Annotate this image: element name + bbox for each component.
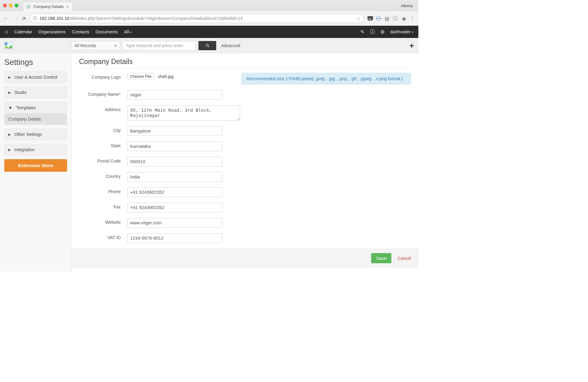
label-country: Country [79,172,127,179]
country-input[interactable] [127,172,222,182]
required-mark: * [119,92,121,97]
postal-code-input[interactable] [127,157,222,167]
vat-id-input[interactable] [127,233,222,243]
row-company-logo: Company Logo Choose File shell.jpg Recom… [79,73,411,84]
url-path: :88/index.php?parent=Settings&module=Vti… [69,16,243,21]
row-city: City [79,126,411,136]
search-scope-select[interactable]: All Records [71,41,120,50]
company-name-input[interactable] [127,90,222,100]
sidebar-item-label: Studio [14,90,27,95]
row-country: Country [79,172,411,182]
chevron-down-icon: ▼ [8,105,13,110]
row-state: State [79,141,411,151]
row-postal-code: Postal Code [79,157,411,167]
compose-icon[interactable]: ✎ [360,29,364,35]
pocket-icon[interactable] [368,16,373,21]
search-button[interactable] [198,41,216,50]
row-company-name: Company Name* [79,90,411,100]
logo-controls: Choose File shell.jpg [127,73,174,80]
navbar-right: ✎ ⓘ ⚙ darthvader [360,29,413,35]
favicon-icon [26,4,31,9]
sidebar-item-label: Integration [14,147,35,152]
sphere-icon[interactable]: ◉ [401,16,407,21]
state-input[interactable] [127,141,222,151]
sidebar-subitem-company-details[interactable]: Company Details [5,113,67,125]
info-ext-icon[interactable]: ⓘ [393,16,398,21]
quick-create-icon[interactable]: + [409,42,414,50]
sidebar-item-integration[interactable]: ▶ Integration [4,144,67,155]
address-textarea[interactable]: 95, 12th Main Road, 3rd Block, Rajajinag… [127,105,240,121]
extension-store-button[interactable]: Extension Store [4,159,67,172]
label-company-logo: Company Logo [79,73,127,80]
selected-filename: shell.jpg [158,74,173,79]
sidebar-item-user-access[interactable]: ▶ User & Access Control [4,71,67,83]
city-input[interactable] [127,126,222,136]
reader-icon[interactable]: ▤ [384,16,390,21]
window-minimize-icon[interactable] [9,4,13,7]
label-fax: Fax [79,203,127,209]
chevron-right-icon: ▶ [8,91,11,95]
choose-file-button[interactable]: Choose File [127,73,154,80]
back-icon[interactable]: ← [3,16,9,21]
svg-point-0 [27,5,30,8]
menu-organizations[interactable]: Organizations [38,29,66,34]
window-controls [3,4,18,7]
label-state: State [79,141,127,148]
main-menu: Calendar Organizations Contacts Document… [14,29,132,34]
page-body: Settings ▶ User & Access Control ▶ Studi… [0,53,418,272]
tab-close-icon[interactable]: × [66,4,69,9]
chevron-right-icon: ▶ [8,75,11,79]
save-button[interactable]: Save [371,253,391,263]
search-input[interactable] [123,41,196,50]
row-fax: Fax [79,203,411,212]
label-postal-code: Postal Code [79,157,127,163]
sidebar-item-other-settings[interactable]: ▶ Other Settings [4,129,67,140]
browser-chrome: Company Details × Alexey ← → ⟳ ⓘ 192.168… [0,0,418,26]
forward-icon: → [13,16,18,21]
browser-menu-icon[interactable]: ⋮ [410,16,415,21]
app-navbar: ⌂ Calendar Organizations Contacts Docume… [0,26,418,38]
sidebar-item-studio[interactable]: ▶ Studio [4,87,67,98]
address-bar[interactable]: ⓘ 192.168.101.10:88/index.php?parent=Set… [30,14,364,23]
browser-profile[interactable]: Alexey [401,3,413,8]
advanced-search-link[interactable]: Advanced [221,43,240,48]
browser-toolbar: ← → ⟳ ⓘ 192.168.101.10:88/index.php?pare… [0,11,418,26]
label-vat-id: VAT ID [79,233,127,240]
sidebar-item-label: User & Access Control [14,75,57,80]
sidebar-group-header[interactable]: ▼ Templates [5,102,67,113]
gear-icon[interactable]: ⚙ [380,29,385,35]
page-title: Company Details [79,58,411,66]
menu-all[interactable]: All [124,29,132,34]
logo-placeholder-icon [4,42,13,49]
svg-point-1 [28,6,29,7]
titlebar: Company Details × Alexey [0,0,418,11]
website-input[interactable] [127,218,222,228]
window-close-icon[interactable] [3,4,7,7]
reload-icon[interactable]: ⟳ [22,16,26,21]
phone-input[interactable] [127,187,222,197]
url-host: 192.168.101.10 [40,16,69,21]
label-phone: Phone [79,187,127,194]
fax-input[interactable] [127,203,222,212]
logo-hint: Recommended size 170X60 pixels( .jpeg , … [241,73,411,84]
form-footer: Save Cancel [72,249,418,268]
sidebar-item-label: Templates [16,105,36,110]
sidebar-item-label: Other Settings [14,132,42,137]
home-icon[interactable]: ⌂ [5,29,8,35]
menu-calendar[interactable]: Calendar [14,29,32,34]
site-info-icon[interactable]: ⓘ [33,16,37,21]
menu-contacts[interactable]: Contacts [72,29,89,34]
search-scope-value: All Records [74,43,96,48]
globe-icon[interactable] [376,16,381,21]
window-maximize-icon[interactable] [15,4,18,7]
row-vat-id: VAT ID [79,233,411,243]
user-menu[interactable]: darthvader [390,29,413,34]
search-icon [205,43,210,48]
bookmark-star-icon[interactable]: ☆ [356,16,360,21]
menu-documents[interactable]: Documents [96,29,118,34]
tab-title: Company Details [33,4,64,9]
browser-tab[interactable]: Company Details × [23,2,73,11]
cancel-link[interactable]: Cancel [398,256,411,261]
help-icon[interactable]: ⓘ [370,29,375,35]
row-address: Address 95, 12th Main Road, 3rd Block, R… [79,105,411,121]
